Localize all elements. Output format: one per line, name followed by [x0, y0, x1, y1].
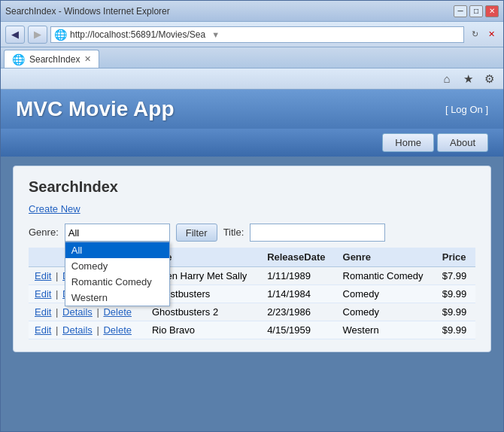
- row-price: $9.99: [436, 303, 475, 321]
- home-nav-button[interactable]: Home: [382, 133, 434, 152]
- browser-window: SearchIndex - Windows Internet Explorer …: [0, 0, 504, 432]
- title-bar: SearchIndex - Windows Internet Explorer …: [1, 1, 503, 22]
- address-bar: ◀ ▶ 🌐 http://localhost:56891/Movies/Sea …: [1, 22, 503, 47]
- col-genre: Genre: [337, 248, 436, 267]
- title-label: Title:: [223, 224, 244, 242]
- genre-dropdown-menu: All Comedy Romantic Comedy Western: [65, 242, 170, 306]
- details-link[interactable]: Details: [62, 306, 93, 318]
- sep1: |: [56, 270, 61, 281]
- close-button[interactable]: ✕: [485, 5, 499, 17]
- address-actions: ↻ ✕: [467, 27, 499, 42]
- address-dropdown[interactable]: ▼: [211, 30, 220, 39]
- edit-link[interactable]: Edit: [35, 306, 51, 318]
- app-header: MVC Movie App [ Log On ]: [1, 90, 503, 129]
- address-text: http://localhost:56891/Movies/Sea: [70, 29, 205, 40]
- edit-link[interactable]: Edit: [35, 324, 51, 336]
- about-nav-button[interactable]: About: [437, 133, 488, 152]
- tab-icon: 🌐: [12, 53, 25, 65]
- app-area: MVC Movie App [ Log On ] Home About Sear…: [1, 90, 503, 431]
- row-release: 1/14/1984: [261, 285, 336, 303]
- refresh-button[interactable]: ↻: [467, 27, 482, 42]
- app-title: MVC Movie App: [16, 97, 175, 121]
- minimize-button[interactable]: ─: [454, 5, 467, 17]
- forward-button[interactable]: ▶: [28, 26, 47, 44]
- home-icon[interactable]: ⌂: [439, 71, 455, 87]
- sep1: |: [56, 288, 61, 300]
- back-button[interactable]: ◀: [5, 26, 25, 44]
- create-new-link[interactable]: Create New: [29, 203, 80, 214]
- browser-icon: 🌐: [54, 29, 67, 41]
- genre-select[interactable]: All Comedy Romantic Comedy Western: [65, 224, 170, 242]
- nav-bar: Home About: [1, 129, 503, 157]
- logon-link[interactable]: [ Log On ]: [445, 104, 488, 115]
- window-title: SearchIndex - Windows Internet Explorer: [5, 6, 170, 17]
- col-price: Price: [436, 248, 475, 267]
- table-row: Edit | Details | Delete Rio Bravo4/15/19…: [29, 321, 475, 339]
- tab-close-button[interactable]: ✕: [84, 54, 91, 64]
- tab-bar: 🌐 SearchIndex ✕: [1, 47, 503, 68]
- favorites-icon[interactable]: ★: [460, 71, 476, 87]
- row-genre: Western: [337, 321, 436, 339]
- content-panel: SearchIndex Create New Genre: All Comedy…: [13, 166, 491, 352]
- details-link[interactable]: Details: [62, 324, 93, 336]
- address-input-wrapper[interactable]: 🌐 http://localhost:56891/Movies/Sea ▼: [50, 26, 464, 43]
- col-release: ReleaseDate: [261, 248, 336, 267]
- row-actions: Edit | Details | Delete: [29, 321, 146, 339]
- edit-link[interactable]: Edit: [35, 270, 51, 281]
- dropdown-option-romantic-comedy[interactable]: Romantic Comedy: [65, 274, 169, 290]
- delete-link[interactable]: Delete: [103, 324, 132, 336]
- page-heading: SearchIndex: [29, 178, 475, 196]
- genre-select-wrapper: All Comedy Romantic Comedy Western All C…: [65, 224, 170, 242]
- edit-link[interactable]: Edit: [35, 288, 51, 300]
- tab-label: SearchIndex: [29, 54, 80, 65]
- browser-toolbar: ⌂ ★ ⚙: [1, 68, 503, 90]
- sep2: |: [96, 324, 102, 336]
- sep1: |: [56, 306, 61, 318]
- row-price: $9.99: [436, 285, 475, 303]
- row-genre: Comedy: [337, 285, 436, 303]
- row-genre: Comedy: [337, 303, 436, 321]
- delete-link[interactable]: Delete: [103, 306, 132, 318]
- settings-icon[interactable]: ⚙: [481, 71, 497, 87]
- row-price: $9.99: [436, 321, 475, 339]
- maximize-button[interactable]: □: [469, 5, 483, 17]
- title-input[interactable]: [250, 224, 385, 242]
- row-release: 4/15/1959: [261, 321, 336, 339]
- dropdown-option-comedy[interactable]: Comedy: [65, 258, 169, 274]
- title-bar-left: SearchIndex - Windows Internet Explorer: [5, 6, 170, 17]
- row-price: $7.99: [436, 267, 475, 285]
- dropdown-option-western[interactable]: Western: [65, 290, 169, 306]
- genre-label: Genre:: [29, 224, 59, 242]
- row-release: 2/23/1986: [261, 303, 336, 321]
- dropdown-option-all[interactable]: All: [65, 242, 169, 258]
- row-title: Rio Bravo: [146, 321, 261, 339]
- sep1: |: [56, 324, 61, 336]
- filter-row: Genre: All Comedy Romantic Comedy Wester…: [29, 224, 475, 242]
- stop-button[interactable]: ✕: [484, 27, 499, 42]
- sep2: |: [96, 306, 102, 318]
- window-controls: ─ □ ✕: [454, 5, 499, 17]
- row-genre: Romantic Comedy: [337, 267, 436, 285]
- filter-button[interactable]: Filter: [176, 224, 217, 242]
- active-tab[interactable]: 🌐 SearchIndex ✕: [4, 50, 99, 68]
- row-release: 1/11/1989: [261, 267, 336, 285]
